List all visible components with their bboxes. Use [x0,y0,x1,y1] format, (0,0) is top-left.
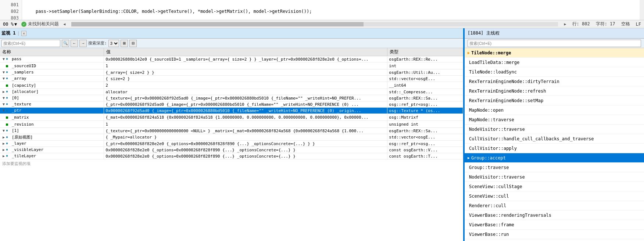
cell-value[interactable]: {_mat=0x00000268f824a518 {0x00000268f824… [104,114,387,121]
callstack-item[interactable]: Viewer::run [465,239,644,241]
scroll-right-arrow[interactable]: ▶ [564,22,566,26]
cell-value[interactable]: 1 [104,121,387,128]
callstack-item[interactable]: RexTerrainEngineNode::dirtyTerrain [465,77,644,86]
var-icon: ♦ [6,70,11,75]
callstack-item[interactable]: TileNode::loadSync [465,67,644,77]
expand-button[interactable]: ⊟ [129,40,137,47]
callstack-item[interactable]: ▶TileNode::merge [465,48,644,58]
table-row[interactable]: ♦_visibleLayer0x00000268f828e2e0 {_optio… [0,147,463,153]
tree-arrow-icon[interactable] [1,108,6,113]
cell-value[interactable]: {_texture={_ptr=0x0000000000000000 <NULL… [104,128,387,134]
tree-arrow-icon[interactable] [1,90,6,94]
add-watch-label[interactable]: 添加要监视的项 [0,159,463,168]
cell-value[interactable]: 0x000026880b142e0 {_sourceUID=1 _sampler… [104,56,387,62]
cell-name: ♦_layer [0,141,104,147]
table-row[interactable]: ♦[allocator]allocatorstd::_Compresse... [0,89,463,95]
var-icon: ♦ [6,135,11,140]
scroll-left-arrow[interactable]: ◀ [63,22,65,26]
tree-arrow-icon[interactable] [1,57,6,61]
table-row[interactable]: ◆_ptr0x00000268f92d5ad0 {_image={_ptr=0x… [0,108,463,114]
callstack-item[interactable]: ViewerBase::run [465,230,644,239]
search-next-button[interactable]: → [79,40,87,47]
tree-arrow-icon[interactable] [1,141,6,146]
callstack-item[interactable]: NodeVisitor::traverse [465,172,644,182]
code-scrollbar-v[interactable] [640,0,644,20]
tree-arrow-icon[interactable] [1,135,6,140]
callstack-item[interactable]: MapNode::traverse [465,115,644,125]
code-content: pass->setSampler(SamplerBinding::COLOR, … [22,0,640,20]
cell-value[interactable]: 0x00000268f828e2e0 {_options=0x00000268f… [104,153,387,159]
tree-arrow-icon[interactable] [1,70,6,75]
tree-arrow-icon[interactable] [1,76,6,81]
callstack-item[interactable]: SceneView::cull [465,191,644,201]
search-icon-button[interactable]: 🔍 [62,40,69,47]
tree-arrow-icon[interactable] [1,96,6,100]
search-prev-button[interactable]: ← [71,40,78,47]
tree-arrow-icon[interactable] [1,148,6,152]
cell-name: ◆_ptr [0,108,104,114]
callstack-item[interactable]: Renderer::cull [465,201,644,211]
table-row[interactable]: ■_sourceUID1int [0,62,463,69]
table-row[interactable]: ■_revision1unsigned int [0,121,463,128]
cell-value[interactable]: { _Mypair=allocator } [104,134,387,141]
zoom-dropdown-icon[interactable]: ▼ [14,22,17,27]
cell-value[interactable]: 0x00000268f828e2e0 {_options=0x00000268f… [104,147,387,153]
callstack-item[interactable]: RexTerrainEngineNode::refresh [465,86,644,96]
table-row[interactable]: ♦_texture{_ptr=0x00000268f92d5ad0 {_imag… [0,101,463,108]
cell-value[interactable]: {_ptr=0x00000268f92d5ad0 {_image={_ptr=0… [104,101,387,108]
search-input[interactable] [1,40,60,47]
callstack-item[interactable]: CullVisitor::apply [465,144,644,153]
cell-type: osgEarth::Util::Au... [387,69,463,76]
search-bar: 🔍 ← → 搜索深度: 3 1 2 4 5 ⊞ ⊟ [0,39,463,48]
tree-arrow-icon[interactable] [1,154,6,158]
cell-value[interactable]: 0x00000268f92d5ad0 {_image={_ptr=0x00000… [104,108,387,114]
cell-value[interactable]: { size=2 } [104,76,387,82]
table-row[interactable]: ♦pass0x000026880b142e0 {_sourceUID=1 _sa… [0,56,463,62]
field-icon: ■ [6,83,11,88]
callstack-item[interactable]: RexTerrainEngineNode::setMap [465,96,644,105]
cell-value[interactable]: {_texture={_ptr=0x00000268f92d5ad0 {_ima… [104,95,387,101]
table-row[interactable]: ■_matrix{_mat=0x00000268f824a518 {0x0000… [0,114,463,121]
callstack-item-name: ViewerBase::frame [469,220,514,230]
table-row[interactable]: ■[capacity]2__int64 [0,82,463,89]
watch-close-button[interactable]: × [21,31,26,36]
callstack-item[interactable]: Group::traverse [465,163,644,172]
cell-value[interactable]: {_ptr=0x00000268f828e2e0 {_options=0x000… [104,141,387,147]
cell-value[interactable]: 2 [104,82,387,89]
search-depth-select[interactable]: 3 1 2 4 5 [108,40,119,47]
table-row[interactable]: ♦_array{ size=2 }std::vector<osgE... [0,76,463,82]
var-icon: ♦ [6,57,11,62]
callstack-item[interactable]: CullVisitor::handle_cull_callbacks_and_t… [465,134,644,144]
callstack-item-name: Viewer::run [469,239,498,241]
callstack-list[interactable]: ▶TileNode::mergeLoadTileData::mergeTileN… [465,48,644,241]
var-icon: ♦ [6,89,11,94]
callstack-item[interactable]: SceneView::cullStage [465,182,644,191]
callstack-item[interactable]: MapNode::open [465,105,644,115]
callstack-item[interactable]: NodeVisitor::traverse [465,125,644,134]
cell-value[interactable]: allocator [104,89,387,95]
table-row[interactable]: ♦[1]{_texture={_ptr=0x0000000000000000 <… [0,128,463,134]
table-row[interactable]: ♦_samplers{_array={ size=2 } }osgEarth::… [0,69,463,76]
callstack-item[interactable]: ViewerBase::frame [465,220,644,230]
table-row[interactable]: ♦_layer{_ptr=0x00000268f828e2e0 {_option… [0,141,463,147]
watch-table-container[interactable]: 名称 值 类型 ♦pass0x000026880b142e0 {_sourceU… [0,48,463,241]
callstack-item[interactable]: ▶Group::accept [465,153,644,163]
cell-type: int [387,62,463,69]
table-row[interactable]: ♦[原始视图]{ _Mypair=allocator }std::vector<… [0,134,463,141]
status-scrollbar[interactable] [71,22,558,26]
table-row[interactable]: ♦_tileLayer0x00000268f828e2e0 {_options=… [0,153,463,159]
cell-name: ♦_visibleLayer [0,147,104,153]
callstack-search-input[interactable] [468,40,641,47]
code-area: 801 802 803 pass->setSampler(SamplerBind… [0,0,644,20]
tree-arrow-icon[interactable] [1,129,6,133]
callstack-arrow-icon: ▶ [468,48,470,58]
cell-value[interactable]: {_array={ size=2 } } [104,69,387,76]
col-header-name: 名称 [0,48,104,56]
callstack-item[interactable]: ViewerBase::renderingTraversals [465,211,644,220]
filter-button[interactable]: ⊞ [121,40,128,47]
callstack-item[interactable]: LoadTileData::merge [465,58,644,67]
callstack-item-name: LoadTileData::merge [469,58,519,67]
cell-value[interactable]: 1 [104,62,387,69]
table-row[interactable]: ♦[0]{_texture={_ptr=0x00000268f92d5ad0 {… [0,95,463,101]
tree-arrow-icon[interactable] [1,102,6,107]
